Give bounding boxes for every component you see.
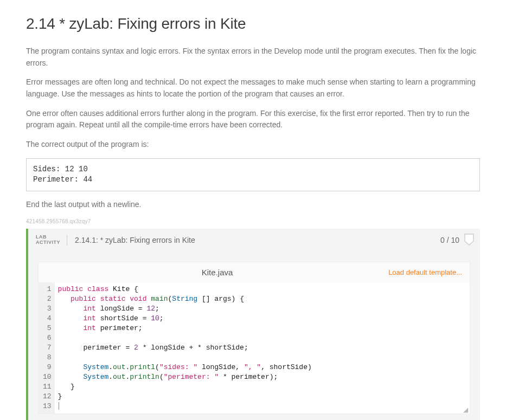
intro-paragraph-1: The program contains syntax and logic er… <box>26 46 480 69</box>
line-number: 11 <box>43 382 52 392</box>
line-number-gutter: 12345678910111213 <box>39 282 55 413</box>
code-line[interactable] <box>58 333 466 343</box>
lab-score: 0 / 10 <box>440 236 459 244</box>
lab-title: 2.14.1: * zyLab: Fixing errors in Kite <box>75 236 440 244</box>
lab-tag-line2: ACTIVITY <box>36 240 60 245</box>
code-line[interactable]: } <box>58 382 466 392</box>
lab-header: LAB ACTIVITY 2.14.1: * zyLab: Fixing err… <box>28 229 480 252</box>
line-number: 4 <box>43 314 52 324</box>
lab-body: Kite.java Load default template... 12345… <box>28 252 480 420</box>
code-line[interactable]: public static void main(String [] args) … <box>58 294 466 304</box>
line-number: 13 <box>43 402 52 411</box>
intro-paragraph-2: Error messages are often long and techni… <box>26 76 480 100</box>
line-number: 3 <box>43 304 52 314</box>
file-name-label: Kite.java <box>46 268 388 277</box>
resize-handle-icon[interactable]: ◢ <box>463 407 469 412</box>
code-line[interactable]: public class Kite { <box>58 285 466 294</box>
code-line[interactable]: System.out.printl("sides: " longSide, ",… <box>58 363 466 372</box>
code-line[interactable]: int perimeter; <box>58 324 466 333</box>
code-line[interactable]: int shortSide = 10; <box>58 314 466 324</box>
intro-paragraph-5: End the last output with a newline. <box>26 199 480 211</box>
watermark-id: 421458.2955768.qx3zqy7 <box>26 218 480 224</box>
line-number: 2 <box>43 294 52 304</box>
lab-activity-tag: LAB ACTIVITY <box>36 235 67 245</box>
file-header-bar: Kite.java Load default template... <box>38 262 470 282</box>
shield-icon <box>464 233 475 248</box>
line-number: 10 <box>43 372 52 382</box>
code-editor[interactable]: 12345678910111213 public class Kite { pu… <box>38 282 470 414</box>
expected-output-box: Sides: 12 10 Perimeter: 44 <box>26 158 480 191</box>
lab-activity-panel: LAB ACTIVITY 2.14.1: * zyLab: Fixing err… <box>26 229 480 420</box>
intro-paragraph-3: One error often causes additional errors… <box>26 108 480 131</box>
code-line[interactable]: } <box>58 392 466 402</box>
line-number: 1 <box>43 285 52 294</box>
line-number: 5 <box>43 324 52 333</box>
code-content[interactable]: public class Kite { public static void m… <box>55 282 470 413</box>
code-line[interactable]: System.out.println("perimeter: " * perim… <box>58 372 466 382</box>
code-line[interactable] <box>58 353 466 363</box>
line-number: 8 <box>43 353 52 363</box>
code-line[interactable] <box>58 402 466 411</box>
line-number: 7 <box>43 343 52 353</box>
intro-paragraph-4: The correct output of the program is: <box>26 139 480 151</box>
line-number: 9 <box>43 363 52 372</box>
line-number: 6 <box>43 333 52 343</box>
code-line[interactable]: int longSide = 12; <box>58 304 466 314</box>
load-default-template-link[interactable]: Load default template... <box>388 268 462 276</box>
page-title: 2.14 * zyLab: Fixing errors in Kite <box>26 15 480 33</box>
code-line[interactable]: |perimeter = 2 * longSide + * shortSide; <box>58 343 466 353</box>
line-number: 12 <box>43 392 52 402</box>
